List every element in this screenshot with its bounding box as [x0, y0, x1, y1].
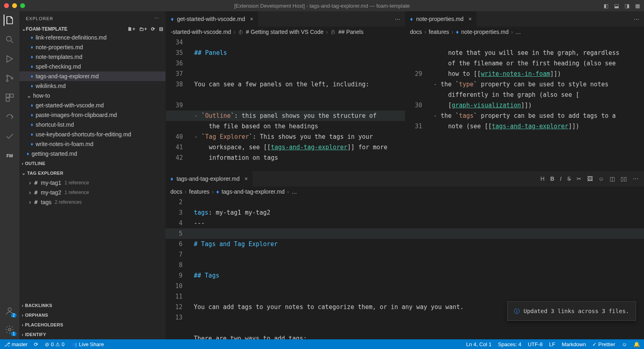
split-icon[interactable]: ◫	[610, 176, 615, 182]
language-mode[interactable]: Markdown	[562, 341, 586, 347]
file-item[interactable]: ♦getting-started.md	[19, 149, 166, 159]
identify-section-header[interactable]: ›IDENTIFY	[19, 330, 166, 339]
placeholders-section-header[interactable]: ›PLACEHOLDERS	[19, 320, 166, 330]
git-branch[interactable]: ⎇ master	[4, 341, 27, 347]
indentation[interactable]: Spaces: 4	[498, 341, 521, 347]
file-item-selected[interactable]: ♦tags-and-tag-explorer.md	[19, 71, 166, 81]
file-item[interactable]: ♦paste-images-from-clipboard.md	[19, 110, 166, 120]
check-activity-icon[interactable]	[4, 131, 15, 142]
file-item[interactable]: ♦shortcut-list.md	[19, 120, 166, 130]
breadcrumb-segment[interactable]: note-properties.md	[461, 29, 509, 35]
wikilink[interactable]: tags-and-tag-explorer	[492, 123, 568, 130]
breadcrumb-segment[interactable]: …	[292, 188, 297, 195]
source-control-activity-icon[interactable]	[4, 73, 15, 84]
emoji-icon[interactable]: ☺	[598, 176, 604, 182]
share-activity-icon[interactable]	[4, 111, 15, 123]
tab-note-properties[interactable]: ♦ note-properties.md ×	[405, 11, 477, 27]
tag-item[interactable]: ›#my-tag21 reference	[19, 188, 166, 197]
heading-icon[interactable]: H	[541, 176, 545, 182]
breadcrumb-3[interactable]: docs› features› ♦ tags-and-tag-explorer.…	[166, 186, 644, 197]
wikilink[interactable]: graph-visualization	[452, 102, 521, 109]
file-item[interactable]: ♦spell-checking.md	[19, 62, 166, 71]
folder-item[interactable]: ⌄how-to	[19, 91, 166, 100]
notifications-icon[interactable]: 🔔	[634, 341, 640, 347]
eol[interactable]: LF	[549, 341, 555, 347]
breadcrumb-1[interactable]: -started-with-vscode.md› ⫛# Getting star…	[166, 27, 405, 37]
tab-get-started[interactable]: ♦ get-started-with-vscode.md ×	[166, 11, 258, 27]
more-icon[interactable]: ⋯	[633, 176, 638, 182]
cursor-position[interactable]: Ln 4, Col 1	[466, 341, 492, 347]
orphans-section-header[interactable]: ›ORPHANS	[19, 310, 166, 320]
wikilink[interactable]: tags-and-tag-explorer	[271, 144, 348, 151]
explorer-activity-icon[interactable]	[4, 15, 15, 26]
close-tab-icon[interactable]: ×	[245, 176, 248, 182]
extensions-activity-icon[interactable]	[4, 92, 15, 103]
file-item[interactable]: ♦get-started-with-vscode.md	[19, 100, 166, 110]
outline-section-header[interactable]: ›OUTLINE	[19, 159, 166, 168]
titlebar-layout-controls[interactable]: ◧ ⬓ ◨ ▦	[604, 3, 640, 9]
file-item[interactable]: ♦note-properties.md	[19, 42, 166, 52]
accounts-activity-icon[interactable]: 2	[4, 305, 15, 317]
italic-icon[interactable]: I	[560, 176, 562, 182]
file-item[interactable]: ♦link-reference-definitions.md	[19, 33, 166, 42]
refresh-icon[interactable]: ⟳	[151, 26, 155, 32]
tab-actions[interactable]: ⋯	[629, 11, 644, 27]
strike-icon[interactable]: S̶	[567, 176, 571, 182]
problems-indicator[interactable]: ⊘ 0 ⚠ 0	[45, 341, 64, 347]
panel-right-icon[interactable]: ◨	[625, 3, 629, 9]
tag-item[interactable]: ›#my-tag11 reference	[19, 178, 166, 188]
breadcrumb-segment[interactable]: ## Panels	[338, 29, 363, 35]
markdown-file-icon: ♦	[31, 54, 33, 60]
breadcrumb-segment[interactable]: -started-with-vscode.md	[171, 29, 231, 35]
tag-explorer-section-header[interactable]: ⌄TAG EXPLORER	[19, 168, 166, 178]
new-folder-icon[interactable]: 🗀+	[139, 26, 147, 32]
backlinks-section-header[interactable]: ›BACKLINKS	[19, 301, 166, 310]
image-icon[interactable]: 🖼	[587, 176, 593, 182]
breadcrumb-segment[interactable]: …	[515, 29, 521, 35]
breadcrumb-segment[interactable]: features	[429, 29, 449, 35]
breadcrumb-segment[interactable]: features	[189, 188, 210, 195]
folder-root[interactable]: ⌄ FOAM-TEMPLATE 🗎+ 🗀+ ⟳ ⊟	[19, 25, 166, 33]
notification-toast[interactable]: ⓘ Updated 3 links across 3 files.	[507, 301, 636, 321]
explorer-more-icon[interactable]: ⋯	[154, 16, 159, 21]
minimize-window-button[interactable]	[12, 3, 17, 8]
breadcrumb-segment[interactable]: # Getting started with VS Code	[246, 29, 323, 35]
breadcrumb-segment[interactable]: docs	[170, 188, 183, 195]
wikilink[interactable]: write-notes-in-foam	[481, 70, 550, 77]
file-item[interactable]: ♦note-templates.md	[19, 52, 166, 62]
sync-icon[interactable]: ⟳	[34, 341, 38, 347]
search-activity-icon[interactable]	[4, 34, 15, 45]
panel-bottom-icon[interactable]: ⬓	[614, 3, 619, 9]
breadcrumb-segment[interactable]: tags-and-tag-explorer.md	[222, 188, 285, 195]
feedback-icon[interactable]: ☺	[622, 341, 627, 347]
preview-icon[interactable]: ▯▯	[621, 176, 627, 182]
breadcrumb-segment[interactable]: docs	[410, 29, 422, 35]
file-item[interactable]: ♦use-keyboard-shortcuts-for-editing.md	[19, 130, 166, 139]
close-tab-icon[interactable]: ×	[468, 16, 472, 22]
chevron-down-icon: ⌄	[22, 171, 25, 176]
encoding[interactable]: UTF-8	[528, 341, 543, 347]
layout-grid-icon[interactable]: ▦	[635, 3, 640, 9]
settings-activity-icon[interactable]: 1	[4, 324, 15, 335]
breadcrumb-2[interactable]: docs› features› ♦ note-properties.md› …	[405, 27, 644, 37]
prettier-status[interactable]: ✓ Prettier	[592, 341, 615, 347]
close-window-button[interactable]	[4, 3, 9, 8]
tag-item[interactable]: ›#tags2 references	[19, 197, 166, 207]
file-item[interactable]: ♦wikilinks.md	[19, 81, 166, 91]
tab-actions[interactable]: ⋯	[390, 11, 405, 27]
editor-content-2[interactable]: 293031 note that you will see in the gra…	[405, 37, 644, 171]
panel-left-icon[interactable]: ◧	[604, 3, 608, 9]
editor-content-1[interactable]: 343536373839404142 ## Panels You can see…	[166, 37, 405, 171]
run-activity-icon[interactable]	[4, 53, 15, 65]
collapse-all-icon[interactable]: ⊟	[159, 26, 163, 32]
bold-icon[interactable]: B	[550, 176, 554, 182]
maximize-window-button[interactable]	[20, 3, 25, 8]
file-item[interactable]: ♦write-notes-in-foam.md	[19, 139, 166, 149]
live-share-button[interactable]: 👥 Live Share	[71, 341, 104, 347]
editor-content-3[interactable]: 2345678910111213 tags: my-tag1 my-tag2 -…	[166, 197, 644, 339]
tab-tags-explorer[interactable]: ♦ tags-and-tag-explorer.md ×	[166, 171, 253, 186]
new-file-icon[interactable]: 🗎+	[128, 26, 135, 32]
close-tab-icon[interactable]: ×	[250, 16, 253, 22]
cut-icon[interactable]: ✂	[577, 176, 581, 182]
foam-activity-icon[interactable]: FM	[4, 150, 15, 161]
